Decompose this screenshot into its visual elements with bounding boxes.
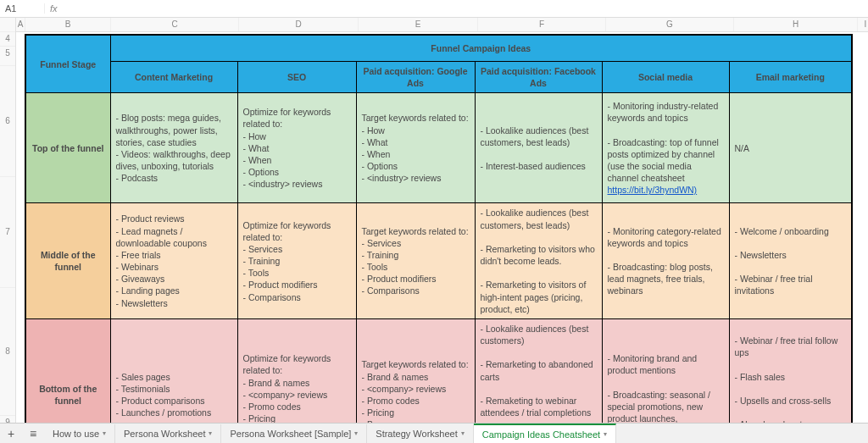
chevron-down-icon: ▾ [354,424,358,443]
cell-text: - Monitoring industry-related keywords a… [608,101,719,183]
cell[interactable]: - Monitoring brand and product mentions … [602,318,729,424]
chevron-down-icon: ▾ [604,426,607,443]
table-title[interactable]: Funnel Campaign Ideas [110,35,852,62]
sheet-tab-label: Persona Worksheet [Sample] [230,424,351,443]
cell[interactable]: - Welcome / onboarding - Newsletters - W… [729,203,852,319]
cell[interactable]: - Product reviews- Lead magnets / downlo… [110,203,237,319]
cell[interactable]: Target keywords related to:- Services- T… [356,203,475,319]
add-sheet-button[interactable]: + [0,424,22,443]
chevron-down-icon: ▾ [103,424,106,443]
sheet-tab-active[interactable]: Campaign Ideas Cheatsheet ▾ [474,424,616,443]
row-bottom-funnel: Bottom of the funnel - Sales pages- Test… [25,318,852,424]
cell[interactable]: - Lookalike audiences (best customers, b… [475,93,602,203]
cell[interactable]: Optimize for keywords related to:- How- … [237,93,356,203]
col-header[interactable]: B [25,18,111,31]
sheet-tab-label: Persona Worksheet [124,424,205,443]
row-header[interactable]: 4 [0,32,15,47]
name-box[interactable]: A1 [0,3,44,14]
cell[interactable]: Target keywords related to:- Brand & nam… [356,318,475,424]
cheatsheet-link[interactable]: https://bit.ly/3hyndWN) [608,185,698,195]
cell[interactable]: - Webinar / free trial follow ups - Flas… [729,318,852,424]
grid-frame: 4 5 6 7 8 9 A B C D E F G H I [0,18,868,424]
cell[interactable]: Optimize for keywords related to:- Brand… [237,318,356,424]
chevron-down-icon: ▾ [209,424,212,443]
sheet-tab[interactable]: How to use ▾ [44,424,115,443]
stage-label[interactable]: Middle of the funnel [25,203,110,319]
row-gutter: 4 5 6 7 8 9 [0,18,16,424]
cell[interactable]: Target keywords related to:- How- What- … [356,93,475,203]
cell[interactable]: Optimize for keywords related to:- Servi… [237,203,356,319]
col-header[interactable]: C [111,18,239,31]
stage-label[interactable]: Top of the funnel [25,93,110,203]
sheet-tab-bar: + ≡ How to use ▾ Persona Worksheet ▾ Per… [0,423,868,443]
channel-header[interactable]: SEO [237,62,356,93]
col-header[interactable]: H [734,18,858,31]
col-header[interactable]: E [359,18,478,31]
col-header[interactable]: I [858,18,868,31]
cell-social-top[interactable]: - Monitoring industry-related keywords a… [602,93,729,203]
col-header[interactable]: F [478,18,606,31]
sheet-tab-label: Strategy Worksheet [376,424,457,443]
column-headers: A B C D E F G H I [16,18,868,32]
cell[interactable]: - Blog posts: mega guides, walkthroughs,… [110,93,237,203]
sheet-tab-label: Campaign Ideas Cheatsheet [482,426,600,443]
row-header[interactable]: 5 [0,47,15,66]
sheet-tab[interactable]: Persona Worksheet [Sample] ▾ [221,424,367,443]
stage-label[interactable]: Bottom of the funnel [25,318,110,424]
corner-header[interactable]: Funnel Stage [25,35,110,93]
row-top-funnel: Top of the funnel - Blog posts: mega gui… [25,93,852,203]
sheet-tab[interactable]: Persona Worksheet ▾ [115,424,221,443]
funnel-table: Funnel Stage Funnel Campaign Ideas Conte… [25,34,853,424]
channel-header[interactable]: Content Marketing [110,62,237,93]
col-header[interactable]: A [16,18,25,31]
formula-bar: A1 fx [0,0,868,18]
fx-label: fx [44,3,63,14]
channel-header[interactable]: Email marketing [729,62,852,93]
chevron-down-icon: ▾ [461,424,465,443]
cell[interactable]: - Monitoring category-related keywords a… [602,203,729,319]
cell[interactable]: - Lookalike audiences (best customers) -… [475,318,602,424]
row-middle-funnel: Middle of the funnel - Product reviews- … [25,203,852,319]
row-header[interactable]: 6 [0,66,15,177]
all-sheets-button[interactable]: ≡ [22,424,44,443]
sheet-tab[interactable]: Strategy Worksheet ▾ [367,424,473,443]
cell[interactable]: N/A [729,93,852,203]
row-header[interactable]: 7 [0,177,15,288]
channel-header[interactable]: Paid acquisition: Facebook Ads [475,62,602,93]
sheet-tab-label: How to use [53,424,99,443]
channel-header[interactable]: Social media [602,62,729,93]
channel-header[interactable]: Paid acquisition: Google Ads [356,62,475,93]
col-header[interactable]: G [606,18,734,31]
cell[interactable]: - Sales pages- Testimonials- Product com… [110,318,237,424]
row-header-blank [0,18,15,32]
col-header[interactable]: D [239,18,359,31]
row-header[interactable]: 8 [0,288,15,416]
cell[interactable]: - Lookalike audiences (best customers, b… [475,203,602,319]
